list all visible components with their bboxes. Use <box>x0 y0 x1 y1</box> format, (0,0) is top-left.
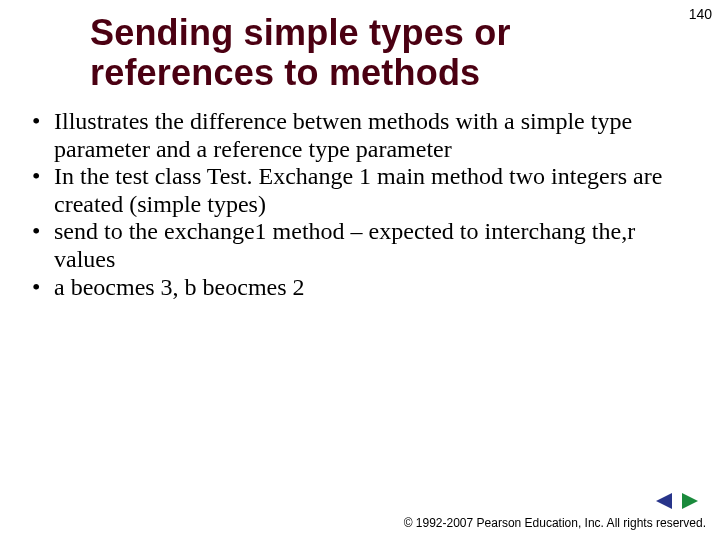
triangle-left-icon <box>654 492 674 510</box>
list-item: • send to the exchange1 method – expecte… <box>30 218 680 273</box>
list-item: • In the test class Test. Exchange 1 mai… <box>30 163 680 218</box>
copyright-footer: © 1992-2007 Pearson Education, Inc. All … <box>404 516 706 530</box>
bullet-text: a beocmes 3, b beocmes 2 <box>54 274 680 302</box>
bullet-dot: • <box>30 108 54 136</box>
bullet-dot: • <box>30 163 54 191</box>
svg-marker-1 <box>682 493 698 509</box>
bullet-text: send to the exchange1 method – expected … <box>54 218 680 273</box>
triangle-right-icon <box>680 492 700 510</box>
prev-button[interactable] <box>654 492 674 510</box>
nav-controls <box>654 492 700 510</box>
bullet-text: Illustrates the difference betwen method… <box>54 108 680 163</box>
bullet-list: • Illustrates the difference betwen meth… <box>30 108 680 301</box>
page-number: 140 <box>689 6 712 22</box>
bullet-dot: • <box>30 218 54 246</box>
next-button[interactable] <box>680 492 700 510</box>
svg-marker-0 <box>656 493 672 509</box>
slide-title: Sending simple types or references to me… <box>90 13 520 94</box>
bullet-text: In the test class Test. Exchange 1 main … <box>54 163 680 218</box>
list-item: • a beocmes 3, b beocmes 2 <box>30 274 680 302</box>
bullet-dot: • <box>30 274 54 302</box>
list-item: • Illustrates the difference betwen meth… <box>30 108 680 163</box>
slide: 140 Sending simple types or references t… <box>0 0 720 540</box>
